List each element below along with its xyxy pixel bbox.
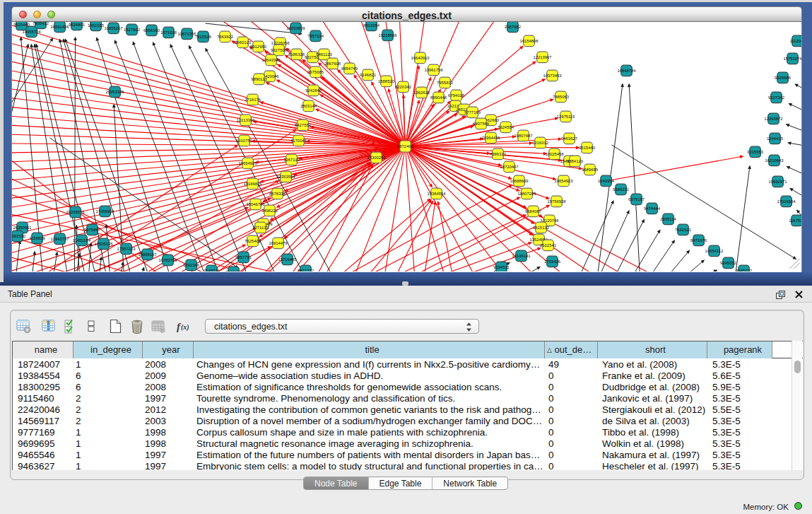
svg-text:17359924: 17359924 [95,209,114,214]
svg-text:9227342: 9227342 [768,95,784,100]
svg-text:9777169: 9777169 [464,110,481,115]
svg-text:9689695: 9689695 [582,168,599,172]
svg-text:10973493: 10973493 [543,74,562,78]
svg-text:3498222: 3498222 [261,209,278,213]
svg-text:1010755: 1010755 [236,139,253,143]
svg-text:9890113: 9890113 [251,77,267,81]
svg-text:2718176: 2718176 [245,98,261,102]
svg-text:20053346: 20053346 [105,90,124,94]
svg-text:9684067: 9684067 [525,209,541,214]
svg-text:8990448: 8990448 [430,95,447,100]
svg-text:1244415: 1244415 [767,136,784,141]
svg-text:6216012: 6216012 [532,141,548,145]
svg-text:8660123: 8660123 [235,40,252,45]
svg-text:12942737: 12942737 [50,237,69,241]
svg-text:4170041: 4170041 [290,139,307,143]
svg-text:10688609: 10688609 [510,179,528,183]
svg-text:9391590: 9391590 [12,234,26,238]
svg-text:8471676: 8471676 [690,238,707,243]
svg-text:9320154: 9320154 [225,270,242,271]
svg-text:1662155: 1662155 [88,23,105,28]
svg-text:6379197: 6379197 [628,197,645,201]
svg-text:9034511: 9034511 [493,265,510,269]
svg-text:9857791: 9857791 [235,255,252,259]
svg-text:12093872: 12093872 [764,117,782,121]
svg-text:16914479: 16914479 [269,241,287,245]
svg-text:19166825: 19166825 [243,182,262,186]
svg-text:(x): (x) [181,323,189,332]
svg-text:19384554: 19384554 [427,192,446,196]
svg-text:8186328: 8186328 [288,52,305,57]
svg-text:10961758: 10961758 [424,68,443,72]
svg-text:18807249: 18807249 [517,192,536,196]
svg-text:3215953: 3215953 [747,150,764,154]
svg-text:8220342: 8220342 [395,85,411,89]
svg-text:1292346: 1292346 [183,263,200,267]
svg-text:7625402: 7625402 [245,239,261,243]
svg-text:16782759: 16782759 [158,258,177,262]
svg-text:1872400: 1872400 [397,144,414,148]
svg-text:17016504: 17016504 [777,199,796,204]
svg-text:7632621: 7632621 [675,228,691,232]
svg-text:11451194: 11451194 [73,238,91,243]
svg-text:9884120: 9884120 [567,159,584,163]
svg-text:7357224: 7357224 [307,34,324,38]
svg-text:9515440: 9515440 [579,146,596,150]
svg-text:10543342: 10543342 [261,58,280,62]
svg-text:10671355: 10671355 [177,32,196,36]
svg-text:19654923: 19654923 [238,161,257,165]
svg-text:7955812: 7955812 [437,81,453,85]
svg-text:10807487: 10807487 [514,134,532,138]
svg-text:15716485: 15716485 [278,257,297,262]
svg-text:19692971: 19692971 [768,180,787,184]
svg-text:16210643: 16210643 [765,158,784,163]
svg-text:7663822: 7663822 [217,35,233,39]
svg-text:12353594: 12353594 [276,175,295,179]
svg-text:7485063: 7485063 [553,95,570,99]
svg-text:3624554: 3624554 [498,125,514,129]
svg-text:2867608: 2867608 [324,62,341,66]
svg-text:17957223: 17957223 [117,247,136,251]
svg-text:9634801: 9634801 [69,23,85,27]
svg-text:16154808: 16154808 [519,39,539,43]
svg-text:20691406: 20691406 [50,25,69,29]
svg-text:10654112: 10654112 [705,249,724,253]
svg-text:8912950: 8912950 [250,45,267,49]
svg-text:16033809: 16033809 [286,26,305,30]
svg-text:14055724: 14055724 [22,30,41,34]
svg-text:9463627: 9463627 [561,136,577,141]
svg-text:16640910: 16640910 [411,56,430,60]
svg-text:15751074: 15751074 [783,57,802,61]
svg-text:26350561: 26350561 [13,226,31,230]
svg-text:9242848: 9242848 [305,88,322,93]
svg-text:12505135: 12505135 [94,242,113,246]
svg-text:2087682: 2087682 [505,25,521,29]
svg-text:1071918: 1071918 [160,30,177,35]
svg-text:9389231: 9389231 [613,187,629,192]
svg-text:9345012: 9345012 [736,269,752,271]
svg-text:7515526: 7515526 [195,35,212,39]
svg-text:6966160: 6966160 [143,28,160,33]
svg-text:1271133: 1271133 [252,226,269,230]
svg-text:9245011: 9245011 [204,269,220,271]
svg-text:3267110: 3267110 [283,158,300,162]
svg-text:10655267: 10655267 [104,26,122,30]
svg-text:19218506: 19218506 [378,33,397,37]
svg-text:8471212: 8471212 [298,269,314,271]
svg-text:12213369: 12213369 [236,118,254,122]
svg-text:9474444: 9474444 [644,206,661,211]
svg-text:19756928: 19756928 [547,199,566,204]
svg-text:10046786: 10046786 [246,202,265,206]
svg-text:1527602: 1527602 [124,28,140,32]
svg-text:8427552: 8427552 [295,123,311,127]
svg-text:8678332: 8678332 [269,192,286,196]
svg-text:5461123: 5461123 [316,52,332,57]
svg-text:1156829: 1156829 [29,236,45,240]
svg-text:20364436: 20364436 [481,136,500,140]
svg-text:14136141: 14136141 [512,254,530,258]
svg-text:1615132: 1615132 [533,226,549,230]
svg-text:2935114: 2935114 [660,217,676,221]
svg-text:8813054: 8813054 [363,23,380,28]
svg-text:1733426: 1733426 [544,259,561,264]
svg-text:9327506: 9327506 [271,48,288,52]
